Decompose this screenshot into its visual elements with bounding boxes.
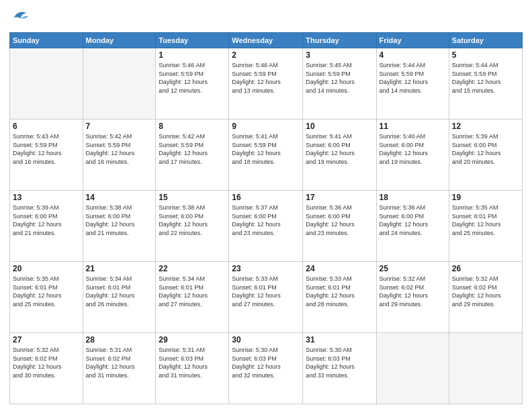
calendar-cell: 28Sunrise: 5:31 AM Sunset: 6:02 PM Dayli… <box>83 333 156 404</box>
calendar-cell <box>449 333 522 404</box>
calendar-cell: 23Sunrise: 5:33 AM Sunset: 6:01 PM Dayli… <box>229 262 303 333</box>
day-number: 16 <box>232 193 300 202</box>
day-number: 27 <box>13 335 80 345</box>
day-info: Sunrise: 5:42 AM Sunset: 5:59 PM Dayligh… <box>86 132 153 166</box>
calendar-cell <box>376 333 449 404</box>
day-info: Sunrise: 5:32 AM Sunset: 6:02 PM Dayligh… <box>380 275 446 308</box>
calendar-cell: 18Sunrise: 5:36 AM Sunset: 6:00 PM Dayli… <box>376 191 449 262</box>
day-info: Sunrise: 5:36 AM Sunset: 6:00 PM Dayligh… <box>306 203 373 237</box>
weekday-header-sunday: Sunday <box>10 33 83 48</box>
day-info: Sunrise: 5:30 AM Sunset: 6:03 PM Dayligh… <box>306 346 373 379</box>
calendar-cell: 24Sunrise: 5:33 AM Sunset: 6:01 PM Dayli… <box>303 262 376 333</box>
day-info: Sunrise: 5:30 AM Sunset: 6:03 PM Dayligh… <box>232 346 300 379</box>
week-row-0: 1Sunrise: 5:46 AM Sunset: 5:59 PM Daylig… <box>10 48 523 120</box>
day-number: 1 <box>159 50 226 60</box>
calendar-cell: 26Sunrise: 5:32 AM Sunset: 6:02 PM Dayli… <box>449 262 522 333</box>
calendar-cell: 19Sunrise: 5:35 AM Sunset: 6:01 PM Dayli… <box>449 191 522 262</box>
day-info: Sunrise: 5:46 AM Sunset: 5:59 PM Dayligh… <box>159 61 226 95</box>
day-info: Sunrise: 5:36 AM Sunset: 6:00 PM Dayligh… <box>380 203 446 237</box>
calendar-cell: 21Sunrise: 5:34 AM Sunset: 6:01 PM Dayli… <box>83 262 156 333</box>
day-info: Sunrise: 5:31 AM Sunset: 6:02 PM Dayligh… <box>86 346 153 379</box>
day-number: 24 <box>306 264 373 273</box>
weekday-header-row: SundayMondayTuesdayWednesdayThursdayFrid… <box>10 33 523 48</box>
day-number: 28 <box>86 335 153 345</box>
calendar-cell: 10Sunrise: 5:41 AM Sunset: 6:00 PM Dayli… <box>303 120 376 191</box>
logo <box>9 7 34 28</box>
calendar-table: SundayMondayTuesdayWednesdayThursdayFrid… <box>9 32 523 404</box>
calendar-cell: 8Sunrise: 5:42 AM Sunset: 5:59 PM Daylig… <box>156 120 229 191</box>
day-number: 3 <box>306 50 373 60</box>
day-info: Sunrise: 5:41 AM Sunset: 6:00 PM Dayligh… <box>306 132 373 166</box>
day-info: Sunrise: 5:40 AM Sunset: 6:00 PM Dayligh… <box>380 132 446 166</box>
calendar-cell: 5Sunrise: 5:44 AM Sunset: 5:59 PM Daylig… <box>449 48 522 120</box>
day-number: 10 <box>306 122 373 131</box>
day-number: 13 <box>13 193 80 202</box>
calendar-cell: 11Sunrise: 5:40 AM Sunset: 6:00 PM Dayli… <box>376 120 449 191</box>
calendar-cell: 31Sunrise: 5:30 AM Sunset: 6:03 PM Dayli… <box>303 333 376 404</box>
week-row-3: 20Sunrise: 5:35 AM Sunset: 6:01 PM Dayli… <box>10 262 523 333</box>
calendar-cell: 30Sunrise: 5:30 AM Sunset: 6:03 PM Dayli… <box>229 333 303 404</box>
day-info: Sunrise: 5:33 AM Sunset: 6:01 PM Dayligh… <box>306 275 373 308</box>
week-row-2: 13Sunrise: 5:39 AM Sunset: 6:00 PM Dayli… <box>10 191 523 262</box>
day-info: Sunrise: 5:37 AM Sunset: 6:00 PM Dayligh… <box>232 203 300 237</box>
calendar-cell <box>10 48 83 120</box>
day-number: 26 <box>452 264 519 273</box>
page: SundayMondayTuesdayWednesdayThursdayFrid… <box>0 0 532 411</box>
week-row-4: 27Sunrise: 5:32 AM Sunset: 6:02 PM Dayli… <box>10 333 523 404</box>
day-info: Sunrise: 5:39 AM Sunset: 6:00 PM Dayligh… <box>13 203 80 237</box>
calendar-cell: 9Sunrise: 5:41 AM Sunset: 5:59 PM Daylig… <box>229 120 303 191</box>
day-number: 7 <box>86 122 153 131</box>
day-number: 22 <box>159 264 226 273</box>
calendar-cell: 7Sunrise: 5:42 AM Sunset: 5:59 PM Daylig… <box>83 120 156 191</box>
day-number: 5 <box>452 50 519 60</box>
day-number: 11 <box>380 122 446 131</box>
calendar-cell: 12Sunrise: 5:39 AM Sunset: 6:00 PM Dayli… <box>449 120 522 191</box>
calendar-cell: 17Sunrise: 5:36 AM Sunset: 6:00 PM Dayli… <box>303 191 376 262</box>
calendar-cell: 1Sunrise: 5:46 AM Sunset: 5:59 PM Daylig… <box>156 48 229 120</box>
day-info: Sunrise: 5:46 AM Sunset: 5:59 PM Dayligh… <box>232 61 300 95</box>
day-number: 12 <box>452 122 519 131</box>
day-info: Sunrise: 5:34 AM Sunset: 6:01 PM Dayligh… <box>86 275 153 308</box>
day-number: 31 <box>306 335 373 345</box>
day-info: Sunrise: 5:41 AM Sunset: 5:59 PM Dayligh… <box>232 132 300 166</box>
day-number: 2 <box>232 50 300 60</box>
calendar-cell: 27Sunrise: 5:32 AM Sunset: 6:02 PM Dayli… <box>10 333 83 404</box>
weekday-header-tuesday: Tuesday <box>156 33 229 48</box>
day-number: 14 <box>86 193 153 202</box>
calendar-cell: 16Sunrise: 5:37 AM Sunset: 6:00 PM Dayli… <box>229 191 303 262</box>
day-number: 19 <box>452 193 519 202</box>
day-number: 29 <box>159 335 226 345</box>
weekday-header-saturday: Saturday <box>449 33 522 48</box>
day-number: 8 <box>159 122 226 131</box>
calendar-cell: 20Sunrise: 5:35 AM Sunset: 6:01 PM Dayli… <box>10 262 83 333</box>
weekday-header-friday: Friday <box>376 33 449 48</box>
calendar-cell: 15Sunrise: 5:38 AM Sunset: 6:00 PM Dayli… <box>156 191 229 262</box>
day-number: 25 <box>380 264 446 273</box>
day-info: Sunrise: 5:34 AM Sunset: 6:01 PM Dayligh… <box>159 275 226 308</box>
day-info: Sunrise: 5:44 AM Sunset: 5:59 PM Dayligh… <box>452 61 519 95</box>
weekday-header-wednesday: Wednesday <box>229 33 303 48</box>
calendar-cell: 29Sunrise: 5:31 AM Sunset: 6:03 PM Dayli… <box>156 333 229 404</box>
day-number: 15 <box>159 193 226 202</box>
day-number: 21 <box>86 264 153 273</box>
week-row-1: 6Sunrise: 5:43 AM Sunset: 5:59 PM Daylig… <box>10 120 523 191</box>
day-number: 23 <box>232 264 300 273</box>
calendar-cell: 14Sunrise: 5:38 AM Sunset: 6:00 PM Dayli… <box>83 191 156 262</box>
day-number: 18 <box>380 193 446 202</box>
day-number: 17 <box>306 193 373 202</box>
day-number: 9 <box>232 122 300 131</box>
day-number: 4 <box>380 50 446 60</box>
calendar-cell: 2Sunrise: 5:46 AM Sunset: 5:59 PM Daylig… <box>229 48 303 120</box>
day-info: Sunrise: 5:32 AM Sunset: 6:02 PM Dayligh… <box>13 346 80 379</box>
day-info: Sunrise: 5:35 AM Sunset: 6:01 PM Dayligh… <box>452 203 519 237</box>
day-info: Sunrise: 5:33 AM Sunset: 6:01 PM Dayligh… <box>232 275 300 308</box>
day-info: Sunrise: 5:31 AM Sunset: 6:03 PM Dayligh… <box>159 346 226 379</box>
weekday-header-thursday: Thursday <box>303 33 376 48</box>
day-info: Sunrise: 5:35 AM Sunset: 6:01 PM Dayligh… <box>13 275 80 308</box>
calendar-cell: 3Sunrise: 5:45 AM Sunset: 5:59 PM Daylig… <box>303 48 376 120</box>
day-info: Sunrise: 5:39 AM Sunset: 6:00 PM Dayligh… <box>452 132 519 166</box>
day-number: 20 <box>13 264 80 273</box>
day-info: Sunrise: 5:42 AM Sunset: 5:59 PM Dayligh… <box>159 132 226 166</box>
calendar-cell: 25Sunrise: 5:32 AM Sunset: 6:02 PM Dayli… <box>376 262 449 333</box>
day-info: Sunrise: 5:44 AM Sunset: 5:59 PM Dayligh… <box>380 61 446 95</box>
